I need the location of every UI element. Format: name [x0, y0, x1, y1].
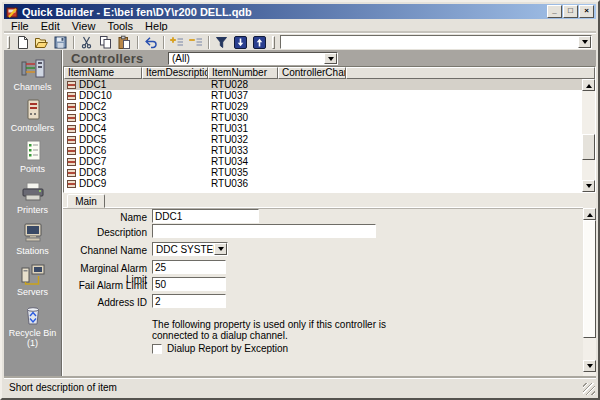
- table-cell: DDC10: [64, 90, 142, 101]
- tab-divider: [63, 207, 583, 208]
- toolbar-grip[interactable]: [7, 36, 10, 49]
- toolbar-grip[interactable]: [272, 36, 275, 49]
- recycle-bin-count: (1): [27, 338, 38, 348]
- menu-edit[interactable]: Edit: [35, 19, 66, 33]
- toolbar-search-combobox[interactable]: [280, 35, 592, 49]
- undo-button[interactable]: [141, 34, 160, 50]
- sidebar-item-stations[interactable]: Stations: [4, 222, 61, 263]
- status-bar: Short description of item: [4, 378, 596, 396]
- add-items-button[interactable]: [167, 34, 186, 50]
- download-button[interactable]: [231, 34, 250, 50]
- new-button[interactable]: [13, 34, 32, 50]
- sidebar-item-label: Controllers: [11, 123, 55, 133]
- marginal-alarm-limit-field[interactable]: [152, 260, 226, 274]
- table-vertical-scrollbar[interactable]: [582, 79, 595, 192]
- close-button[interactable]: ×: [579, 5, 594, 18]
- scroll-up-button[interactable]: [582, 79, 595, 91]
- menu-view[interactable]: View: [66, 19, 102, 33]
- minimize-button[interactable]: _: [547, 5, 562, 18]
- points-icon: [19, 140, 47, 162]
- sidebar-item-controllers[interactable]: Controllers: [4, 99, 61, 140]
- fail-alarm-limit-field[interactable]: [152, 277, 226, 291]
- sidebar-item-servers[interactable]: Servers: [4, 263, 61, 304]
- upload-button[interactable]: [250, 34, 269, 50]
- chevron-down-icon: [582, 40, 588, 47]
- arrow-up-icon: [586, 81, 592, 88]
- channel-dropdown-button[interactable]: [214, 243, 227, 255]
- column-header-itemnumber[interactable]: ItemNumber: [208, 67, 278, 79]
- table-row[interactable]: DDC6RTU033: [64, 145, 582, 156]
- save-button[interactable]: [51, 34, 70, 50]
- download-icon: [233, 35, 248, 50]
- toolbar: [4, 33, 596, 50]
- table-row[interactable]: DDC8RTU035: [64, 167, 582, 178]
- filter-dropdown-button[interactable]: [324, 53, 337, 64]
- toolbar-separator: [73, 36, 74, 49]
- scroll-down-button[interactable]: [583, 360, 596, 372]
- table-row[interactable]: DDC4RTU031: [64, 123, 582, 134]
- filter-combobox[interactable]: (All): [168, 52, 338, 65]
- channel-name-combobox[interactable]: DDC SYSTEM: [152, 242, 228, 256]
- controller-item-icon: [67, 136, 76, 144]
- table-cell: RTU028: [208, 79, 278, 90]
- table-row[interactable]: DDC3RTU030: [64, 112, 582, 123]
- dialup-report-checkbox[interactable]: [152, 344, 162, 354]
- sidebar-item-printers[interactable]: Printers: [4, 181, 61, 222]
- paste-button[interactable]: [115, 34, 134, 50]
- resize-grip[interactable]: [583, 383, 595, 395]
- sidebar-item-label: Printers: [17, 205, 48, 215]
- sidebar-item-points[interactable]: Points: [4, 140, 61, 181]
- table-row[interactable]: DDC5RTU032: [64, 134, 582, 145]
- menu-help[interactable]: Help: [139, 19, 174, 33]
- table-row[interactable]: DDC1RTU028: [64, 79, 582, 90]
- upload-icon: [252, 35, 267, 50]
- tab-strip: Main: [63, 193, 596, 208]
- form-vertical-scrollbar[interactable]: [583, 208, 596, 378]
- controller-item-icon: [67, 114, 76, 122]
- table-cell: RTU031: [208, 123, 278, 134]
- copy-button[interactable]: [96, 34, 115, 50]
- open-button[interactable]: [32, 34, 51, 50]
- remove-items-button[interactable]: [186, 34, 205, 50]
- maximize-button[interactable]: □: [563, 5, 578, 18]
- cut-button[interactable]: [77, 34, 96, 50]
- description-label: Description: [67, 227, 147, 238]
- address-id-field[interactable]: [152, 294, 226, 308]
- content-area: Controllers (All) ItemName ItemDescripti…: [62, 50, 596, 378]
- arrow-up-icon: [587, 210, 593, 217]
- table-cell: RTU037: [208, 90, 278, 101]
- sidebar-item-label: Recycle Bin(1): [9, 328, 57, 348]
- table-row[interactable]: DDC9RTU036: [64, 178, 582, 189]
- description-field[interactable]: [152, 224, 376, 238]
- filter-value: (All): [172, 53, 190, 64]
- chevron-down-icon: [328, 57, 334, 64]
- copy-icon: [98, 35, 113, 50]
- table-row[interactable]: DDC10RTU037: [64, 90, 582, 101]
- scroll-up-button[interactable]: [583, 208, 596, 220]
- column-header-itemname[interactable]: ItemName: [64, 67, 142, 79]
- tab-main[interactable]: Main: [67, 194, 105, 208]
- fail-alarm-limit-label: Fail Alarm Limit: [67, 280, 147, 291]
- combo-dropdown-button[interactable]: [578, 36, 591, 48]
- scrollbar-thumb[interactable]: [583, 220, 596, 338]
- scroll-down-button[interactable]: [582, 180, 595, 192]
- column-header-controllerchannel[interactable]: ControllerChann...: [278, 67, 346, 79]
- scrollbar-thumb[interactable]: [582, 134, 595, 160]
- name-field[interactable]: [152, 209, 259, 223]
- add-items-icon: [169, 35, 184, 50]
- sidebar-item-recycle-bin[interactable]: Recycle Bin(1): [4, 304, 61, 345]
- menu-tools[interactable]: Tools: [101, 19, 139, 33]
- table-row[interactable]: DDC2RTU029: [64, 101, 582, 112]
- paste-clipboard-icon: [117, 35, 132, 50]
- table-row[interactable]: DDC7RTU034: [64, 156, 582, 167]
- sidebar-item-label: Stations: [16, 246, 49, 256]
- table-cell: RTU033: [208, 145, 278, 156]
- column-header-itemdescription[interactable]: ItemDescription: [142, 67, 208, 79]
- table-cell: DDC9: [64, 178, 142, 189]
- controllers-icon: [19, 99, 47, 121]
- sidebar-item-channels[interactable]: Channels: [4, 58, 61, 99]
- open-folder-icon: [34, 35, 49, 50]
- filter-button[interactable]: [212, 34, 231, 50]
- menu-file[interactable]: File: [5, 19, 35, 33]
- dialup-report-checkbox-label: Dialup Report by Exception: [167, 343, 288, 354]
